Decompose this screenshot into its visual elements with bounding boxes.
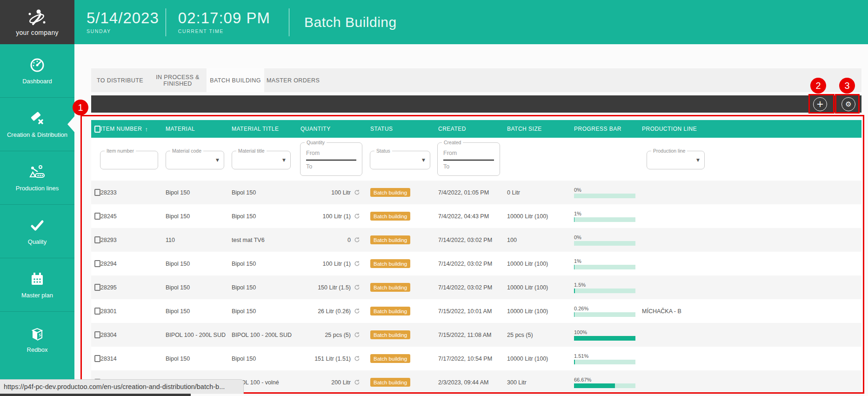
row-checkbox[interactable] [94, 236, 100, 243]
table-row[interactable]: 28301Bipol 150Bipol 15026 Litr (0.26)Bat… [91, 299, 861, 323]
quantity-filter-range[interactable]: Quantity From To [300, 142, 362, 176]
cell-quantity: 100 Litr (1) [300, 213, 362, 220]
sidebar-item-production-lines[interactable]: Production lines [0, 151, 74, 205]
tab-master-orders[interactable]: MASTER ORDERS [264, 68, 322, 92]
cell-progress: 100% [567, 329, 635, 341]
column-header-created[interactable]: CREATED [430, 126, 500, 132]
refresh-icon[interactable] [354, 379, 360, 385]
table-row[interactable]: 28233Bipol 150Bipol 150100 LitrBatch bui… [91, 181, 861, 204]
tab-to-distribute[interactable]: TO DISTRIBUTE [91, 68, 149, 92]
sidebar-item-redbox[interactable]: Redbox [0, 312, 74, 367]
row-checkbox[interactable] [94, 308, 100, 315]
tab-batch-building[interactable]: BATCH BUILDING [207, 68, 264, 92]
cell-item-number: 28295 [100, 284, 166, 291]
column-header-progress-bar[interactable]: PROGRESS BAR [567, 126, 635, 132]
cell-progress: 0% [567, 235, 635, 246]
refresh-icon [354, 213, 360, 219]
sort-ascending-icon[interactable]: ↑ [145, 126, 148, 133]
cell-material: Bipol 150 [166, 356, 232, 362]
tab-in-process-finished[interactable]: IN PROCESS & FINISHED [149, 68, 207, 92]
status-filter-select[interactable]: Status ▼ [370, 151, 430, 169]
sidebar-item-quality[interactable]: Quality [0, 205, 74, 258]
column-header-production-line[interactable]: PRODUCTION LINE [635, 126, 861, 132]
settings-button[interactable]: ⚙ [841, 97, 855, 111]
chevron-down-icon: ▼ [216, 158, 219, 162]
row-checkbox[interactable] [94, 284, 100, 291]
refresh-icon[interactable] [354, 213, 360, 219]
cell-item-number: 28293 [100, 237, 166, 243]
table-row[interactable]: 28293110test mat TV60Batch building7/14/… [91, 228, 861, 252]
refresh-icon[interactable] [354, 284, 360, 290]
progress-label: 1.5% [574, 282, 635, 288]
select-all-checkbox[interactable] [94, 126, 100, 133]
refresh-icon [354, 332, 360, 338]
quantity-from-input[interactable]: From [306, 150, 320, 156]
refresh-icon[interactable] [354, 189, 360, 195]
refresh-icon[interactable] [354, 308, 360, 314]
status-badge: Batch building [370, 188, 410, 197]
row-select-cell [91, 284, 100, 291]
table-row[interactable]: 28304BIPOL 100 - 200L SUDBIPOL 100 - 200… [91, 323, 861, 347]
column-header-quantity[interactable]: QUANTITY [300, 126, 362, 132]
cell-created: 7/14/2022, 03:02 PM [430, 237, 500, 243]
progress-wrap: 0% [574, 235, 635, 246]
cell-quantity: 25 pcs (5) [300, 332, 362, 338]
column-header-item-number[interactable]: ITEM NUMBER ↑ [100, 126, 166, 133]
progress-fill [574, 217, 574, 222]
table-row[interactable]: 28294Bipol 150Bipol 150100 Litr (1)Batch… [91, 252, 861, 275]
company-name: your company [16, 29, 59, 36]
cell-material-title: BIPOL 100 - 200L SUD [232, 332, 300, 338]
quantity-value: 200 Litr [331, 379, 351, 386]
row-checkbox[interactable] [94, 331, 100, 338]
page-header: 5/14/2023 SUNDAY 02:17:09 PM CURRENT TIM… [74, 0, 868, 44]
link-preview-statusbar: https://p4f-pc-dev.productoo.com/en-us/c… [0, 379, 244, 394]
column-header-batch-size[interactable]: BATCH SIZE [500, 126, 567, 132]
column-header-material[interactable]: MATERIAL [166, 126, 232, 132]
material-code-filter-select[interactable]: Material code ▼ [166, 151, 224, 169]
status-badge: Batch building [370, 212, 410, 221]
refresh-icon[interactable] [354, 332, 360, 338]
cell-status: Batch building [362, 283, 430, 292]
refresh-icon [354, 284, 360, 290]
quantity-to-input[interactable]: To [306, 163, 312, 170]
refresh-icon[interactable] [354, 356, 360, 362]
header-divider [289, 8, 289, 36]
row-checkbox[interactable] [94, 189, 100, 196]
progress-label: 66.67% [574, 377, 635, 383]
cell-created: 7/14/2022, 03:02 PM [430, 261, 500, 267]
production-line-filter-select[interactable]: Production line ▼ [647, 151, 705, 169]
cell-progress: 1.51% [567, 353, 635, 364]
sidebar-item-dashboard[interactable]: Dashboard [0, 44, 74, 98]
created-filter-range[interactable]: Created From To [437, 142, 500, 176]
column-header-status[interactable]: STATUS [362, 126, 430, 132]
refresh-icon[interactable] [354, 237, 360, 243]
column-header-material-title[interactable]: MATERIAL TITLE [232, 126, 300, 132]
sidebar-item-master-plan[interactable]: Master plan [0, 258, 74, 312]
created-to-input[interactable]: To [443, 163, 449, 170]
table-header-row: ITEM NUMBER ↑ MATERIAL MATERIAL TITLE QU… [91, 120, 861, 138]
refresh-icon[interactable] [354, 261, 360, 267]
cell-batch-size: 300 Litr [500, 379, 567, 386]
window-bottom-edge [0, 394, 191, 396]
table-row[interactable]: 28314Bipol 150Bipol 150151 Litr (1.51)Ba… [91, 347, 861, 370]
row-checkbox[interactable] [94, 213, 100, 220]
cell-progress: 1% [567, 211, 635, 222]
material-title-filter-select[interactable]: Material title ▼ [232, 151, 291, 169]
progress-wrap: 66.67% [574, 377, 635, 388]
annotation-badge-1: 1 [73, 100, 88, 115]
item-number-filter-input[interactable]: Item number [100, 151, 158, 169]
cell-status: Batch building [362, 307, 430, 315]
row-checkbox[interactable] [94, 260, 100, 267]
checkmark-icon [29, 217, 46, 234]
created-from-input[interactable]: From [443, 150, 457, 156]
table-row[interactable]: 28295Bipol 150Bipol 150150 Litr (1.5)Bat… [91, 275, 861, 299]
add-button[interactable]: + [813, 97, 827, 111]
gear-icon: ⚙ [845, 100, 851, 108]
current-day: SUNDAY [87, 28, 159, 34]
date-block: 5/14/2023 SUNDAY [87, 10, 159, 34]
row-checkbox[interactable] [94, 355, 100, 362]
cell-batch-size: 10000 Litr (100) [500, 356, 567, 362]
sidebar-item-creation-distribution[interactable]: Creation & Distribution [0, 98, 74, 151]
table-row[interactable]: 28245Bipol 150Bipol 150100 Litr (1)Batch… [91, 204, 861, 228]
progress-track [574, 383, 635, 388]
